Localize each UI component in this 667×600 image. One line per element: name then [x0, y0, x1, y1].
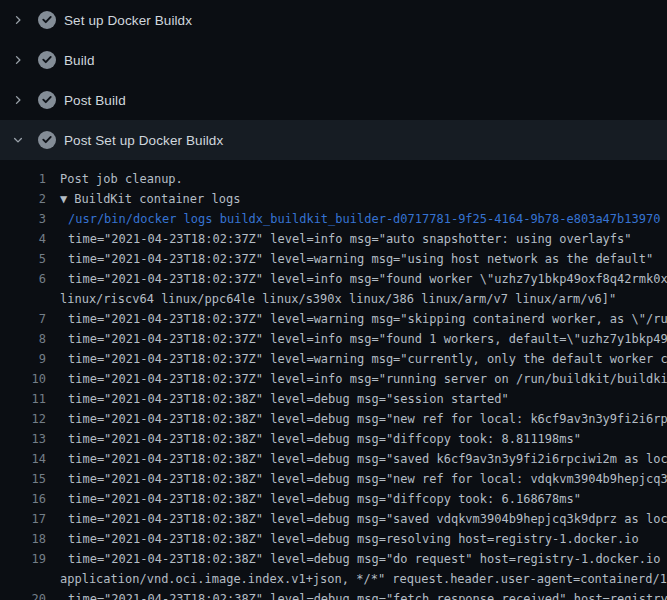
log-line: 8 time="2021-04-23T18:02:37Z" level=info… — [0, 329, 667, 349]
log-line: 13 time="2021-04-23T18:02:38Z" level=deb… — [0, 429, 667, 449]
log-line: 10 time="2021-04-23T18:02:37Z" level=inf… — [0, 369, 667, 389]
step-header[interactable]: Post Set up Docker Buildx — [0, 120, 667, 160]
log-line-text: time="2021-04-23T18:02:37Z" level=warnin… — [46, 349, 667, 369]
check-circle-icon — [38, 51, 56, 69]
log-line-number[interactable]: 16 — [0, 489, 46, 509]
step-list: Set up Docker Buildx Build P — [0, 0, 667, 160]
log-line-number[interactable]: 10 — [0, 369, 46, 389]
log-line-text: time="2021-04-23T18:02:37Z" level=info m… — [46, 229, 632, 249]
log-line-content: time="2021-04-23T18:02:37Z" level=info m… — [68, 232, 632, 246]
check-circle-icon — [38, 131, 56, 149]
log-line-content: time="2021-04-23T18:02:37Z" level=info m… — [68, 332, 667, 346]
log-line-content: time="2021-04-23T18:02:38Z" level=debug … — [68, 392, 509, 406]
log-line-content: time="2021-04-23T18:02:37Z" level=warnin… — [68, 352, 667, 366]
chevron-down-icon[interactable] — [12, 134, 24, 146]
log-line: 3 /usr/bin/docker logs buildx_buildkit_b… — [0, 209, 667, 229]
log-line-number[interactable]: 4 — [0, 229, 46, 249]
log-line-text: time="2021-04-23T18:02:38Z" level=debug … — [46, 409, 667, 429]
log-line-content: linux/riscv64 linux/ppc64le linux/s390x … — [60, 292, 616, 306]
log-line-content: time="2021-04-23T18:02:37Z" level=warnin… — [68, 312, 667, 326]
log-line-text: time="2021-04-23T18:02:37Z" level=info m… — [46, 369, 667, 389]
log-line-text: time="2021-04-23T18:02:37Z" level=warnin… — [46, 309, 667, 329]
log-line: 12 time="2021-04-23T18:02:38Z" level=deb… — [0, 409, 667, 429]
log-line-content: time="2021-04-23T18:02:38Z" level=debug … — [68, 472, 667, 486]
log-line-text: application/vnd.oci.image.index.v1+json,… — [46, 569, 667, 589]
log-line-text: time="2021-04-23T18:02:38Z" level=debug … — [46, 429, 581, 449]
log-line: 9 time="2021-04-23T18:02:37Z" level=warn… — [0, 349, 667, 369]
log-line-number[interactable]: 3 — [0, 209, 46, 229]
log-line-text: ▼BuildKit container logs — [46, 189, 240, 209]
log-line: 16 time="2021-04-23T18:02:38Z" level=deb… — [0, 489, 667, 509]
log-line: 19 time="2021-04-23T18:02:38Z" level=deb… — [0, 549, 667, 569]
log-line-number[interactable]: 19 — [0, 549, 46, 569]
log-line-text: Post job cleanup. — [46, 169, 183, 189]
log-line[interactable]: 2 ▼BuildKit container logs — [0, 189, 667, 209]
check-circle-icon — [38, 91, 56, 109]
log-line-number[interactable]: 17 — [0, 509, 46, 529]
log-line-content: BuildKit container logs — [74, 192, 240, 206]
log-line-number[interactable]: 13 — [0, 429, 46, 449]
log-line-number[interactable]: 2 — [0, 189, 46, 209]
group-expanded-triangle-icon[interactable]: ▼ — [60, 192, 67, 206]
actions-log-viewer: Set up Docker Buildx Build P — [0, 0, 667, 600]
chevron-right-icon[interactable] — [12, 54, 24, 66]
log-line-content: time="2021-04-23T18:02:38Z" level=debug … — [68, 432, 581, 446]
log-line-number[interactable]: 1 — [0, 169, 46, 189]
step-header[interactable]: Set up Docker Buildx — [0, 0, 667, 40]
log-line-text: time="2021-04-23T18:02:38Z" level=debug … — [46, 589, 667, 600]
log-line-number[interactable]: 9 — [0, 349, 46, 369]
log-line-content: time="2021-04-23T18:02:38Z" level=debug … — [68, 532, 639, 546]
log-line-content: time="2021-04-23T18:02:38Z" level=debug … — [68, 412, 667, 426]
log-line: 11 time="2021-04-23T18:02:38Z" level=deb… — [0, 389, 667, 409]
log-line: 4 time="2021-04-23T18:02:37Z" level=info… — [0, 229, 667, 249]
log-line-text: time="2021-04-23T18:02:38Z" level=debug … — [46, 389, 509, 409]
step-header[interactable]: Build — [0, 40, 667, 80]
log-line: 14 time="2021-04-23T18:02:38Z" level=deb… — [0, 449, 667, 469]
step-title: Set up Docker Buildx — [64, 13, 192, 28]
log-line-text: time="2021-04-23T18:02:38Z" level=debug … — [46, 489, 581, 509]
log-line: 6 time="2021-04-23T18:02:37Z" level=info… — [0, 269, 667, 289]
log-line: 20 time="2021-04-23T18:02:38Z" level=deb… — [0, 589, 667, 600]
log-line-text: time="2021-04-23T18:02:37Z" level=info m… — [46, 329, 667, 349]
log-line-number[interactable]: 8 — [0, 329, 46, 349]
log-line: 17 time="2021-04-23T18:02:38Z" level=deb… — [0, 509, 667, 529]
log-line-content: time="2021-04-23T18:02:38Z" level=debug … — [68, 492, 581, 506]
log-line: application/vnd.oci.image.index.v1+json,… — [0, 569, 667, 589]
step-header[interactable]: Post Build — [0, 80, 667, 120]
log-line-number[interactable]: 11 — [0, 389, 46, 409]
log-line-number[interactable]: 15 — [0, 469, 46, 489]
step-title: Post Set up Docker Buildx — [64, 133, 223, 148]
log-line: 18 time="2021-04-23T18:02:38Z" level=deb… — [0, 529, 667, 549]
log-line-number[interactable]: 20 — [0, 589, 46, 600]
log-line: 5 time="2021-04-23T18:02:37Z" level=warn… — [0, 249, 667, 269]
log-line-number[interactable]: 12 — [0, 409, 46, 429]
log-line-text: time="2021-04-23T18:02:38Z" level=debug … — [46, 529, 639, 549]
log-line-content: /usr/bin/docker logs buildx_buildkit_bui… — [68, 212, 660, 226]
log-line: 15 time="2021-04-23T18:02:38Z" level=deb… — [0, 469, 667, 489]
log-line-text: time="2021-04-23T18:02:38Z" level=debug … — [46, 449, 667, 469]
log-line-content: time="2021-04-23T18:02:37Z" level=info m… — [68, 372, 667, 386]
log-line-content: time="2021-04-23T18:02:37Z" level=warnin… — [68, 252, 653, 266]
log-line-number[interactable]: 14 — [0, 449, 46, 469]
log-line-content: application/vnd.oci.image.index.v1+json,… — [60, 572, 667, 586]
log-line-content: Post job cleanup. — [60, 172, 183, 186]
log-line-number[interactable]: 7 — [0, 309, 46, 329]
log-line-number[interactable] — [0, 569, 46, 589]
log-line-number[interactable]: 18 — [0, 529, 46, 549]
log-line-number[interactable]: 6 — [0, 269, 46, 289]
log-line-text: time="2021-04-23T18:02:38Z" level=debug … — [46, 549, 667, 569]
log-line-content: time="2021-04-23T18:02:38Z" level=debug … — [68, 592, 667, 600]
log-line: 1 Post job cleanup. — [0, 169, 667, 189]
log-line-text: /usr/bin/docker logs buildx_buildkit_bui… — [46, 209, 660, 229]
log-line-content: time="2021-04-23T18:02:38Z" level=debug … — [68, 452, 667, 466]
log-line-text: time="2021-04-23T18:02:37Z" level=warnin… — [46, 249, 653, 269]
log-area: 1 Post job cleanup. 2 ▼BuildKit containe… — [0, 160, 667, 600]
log-line-number[interactable]: 5 — [0, 249, 46, 269]
log-line: 7 time="2021-04-23T18:02:37Z" level=warn… — [0, 309, 667, 329]
chevron-right-icon[interactable] — [12, 14, 24, 26]
log-line: linux/riscv64 linux/ppc64le linux/s390x … — [0, 289, 667, 309]
log-line-content: time="2021-04-23T18:02:38Z" level=debug … — [68, 552, 667, 566]
chevron-right-icon[interactable] — [12, 94, 24, 106]
log-line-number[interactable] — [0, 289, 46, 309]
log-line-text: time="2021-04-23T18:02:37Z" level=info m… — [46, 269, 667, 289]
